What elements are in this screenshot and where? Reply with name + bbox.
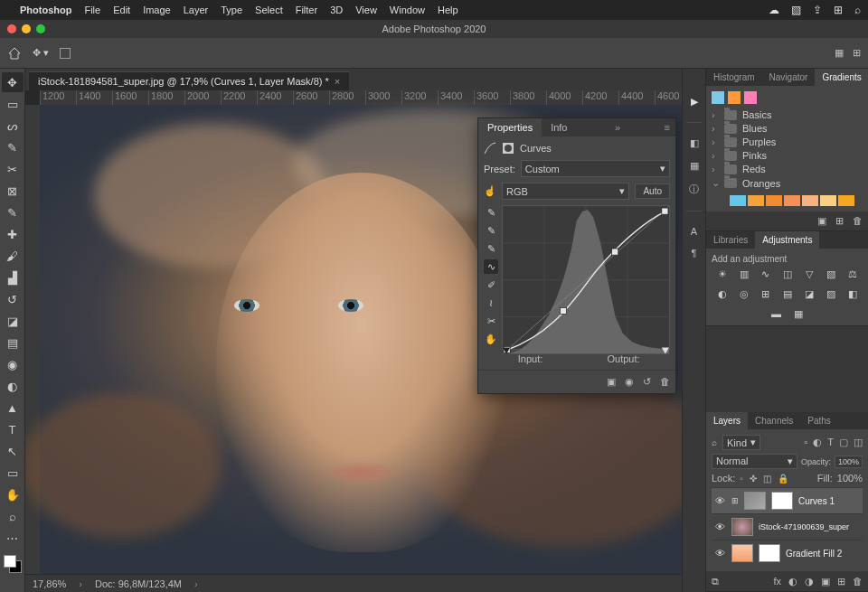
color-lookup-icon[interactable]: ▤ bbox=[780, 287, 795, 300]
filter-adjust-icon[interactable]: ◐ bbox=[813, 437, 822, 448]
panel-menu-icon[interactable]: ≡ bbox=[659, 118, 675, 136]
menu-help[interactable]: Help bbox=[438, 5, 458, 15]
menu-file[interactable]: File bbox=[84, 5, 100, 15]
layer-name[interactable]: Gradient Fill 2 bbox=[786, 549, 842, 559]
new-group-icon[interactable]: ▣ bbox=[817, 215, 826, 227]
visibility-icon[interactable]: 👁 bbox=[715, 495, 726, 506]
share-icon[interactable]: ⇪ bbox=[813, 4, 822, 16]
opacity-value[interactable]: 100% bbox=[835, 456, 863, 468]
blur-tool-icon[interactable]: ◉ bbox=[2, 354, 24, 374]
layer-name[interactable]: Curves 1 bbox=[798, 496, 835, 506]
menu-type[interactable]: Type bbox=[221, 5, 242, 15]
tab-libraries[interactable]: Libraries bbox=[706, 231, 755, 249]
info-panel-icon[interactable]: ⓘ bbox=[689, 183, 699, 196]
search-icon[interactable]: ⌕ bbox=[712, 437, 717, 447]
layer-mask[interactable] bbox=[771, 492, 793, 510]
mask-add-icon[interactable]: ◐ bbox=[788, 576, 797, 587]
tab-properties[interactable]: Properties bbox=[478, 118, 542, 136]
new-gradient-icon[interactable]: ⊞ bbox=[835, 215, 844, 227]
tab-layers[interactable]: Layers bbox=[706, 412, 748, 429]
workspace-icon[interactable]: ⊞ bbox=[853, 47, 861, 59]
folder-pinks[interactable]: ›Pinks bbox=[712, 150, 863, 161]
menu-select[interactable]: Select bbox=[255, 5, 283, 15]
app-menu[interactable]: Photoshop bbox=[20, 5, 71, 15]
reset-icon[interactable]: ↺ bbox=[643, 376, 651, 388]
a-panel-icon[interactable]: A bbox=[691, 226, 697, 237]
eyedropper-tool-icon[interactable]: ✎ bbox=[2, 202, 24, 222]
menu-image[interactable]: Image bbox=[143, 5, 171, 15]
layer-thumb[interactable] bbox=[731, 518, 753, 536]
group-icon[interactable]: ▣ bbox=[821, 576, 830, 587]
folder-reds[interactable]: ›Reds bbox=[712, 164, 863, 174]
color-panel-icon[interactable]: ◧ bbox=[690, 137, 699, 149]
trash-icon[interactable]: 🗑 bbox=[853, 215, 863, 227]
auto-button[interactable]: Auto bbox=[635, 183, 670, 199]
hand-icon[interactable]: ✋ bbox=[484, 332, 498, 346]
hue-icon[interactable]: ▧ bbox=[824, 268, 838, 280]
move-tool-icon[interactable]: ✥ bbox=[2, 72, 24, 92]
curves-icon[interactable]: ∿ bbox=[759, 268, 773, 280]
marquee-tool-icon[interactable]: ▭ bbox=[2, 94, 24, 114]
white-point-eyedropper-icon[interactable]: ✎ bbox=[484, 205, 498, 220]
folder-basics[interactable]: ›Basics bbox=[712, 109, 863, 120]
path-tool-icon[interactable]: ↖ bbox=[2, 441, 24, 461]
folder-blues[interactable]: ›Blues bbox=[712, 123, 863, 134]
color-swatch[interactable] bbox=[4, 555, 22, 573]
lock-position-icon[interactable]: ✜ bbox=[750, 474, 757, 484]
zoom-level[interactable]: 17,86% bbox=[33, 578, 66, 589]
layer-row[interactable]: 👁 Gradient Fill 2 bbox=[712, 540, 863, 566]
tool-preset-icon[interactable]: ✥ ▾ bbox=[33, 47, 49, 59]
black-point-eyedropper-icon[interactable]: ✎ bbox=[484, 241, 498, 256]
curves-graph[interactable] bbox=[502, 205, 670, 350]
gradient-swatch[interactable] bbox=[784, 195, 800, 206]
lock-pixels-icon[interactable]: ▫ bbox=[740, 474, 743, 484]
ruler-horizontal[interactable]: 1200 1400 1600 1800 2000 2200 2400 2600 … bbox=[40, 90, 682, 105]
layer-thumb[interactable] bbox=[731, 544, 753, 562]
gradient-map-icon[interactable]: ▬ bbox=[769, 307, 784, 320]
mask-icon[interactable] bbox=[502, 142, 514, 155]
fill-value[interactable]: 100% bbox=[837, 473, 863, 484]
zoom-tool-icon[interactable]: ⌕ bbox=[2, 506, 24, 526]
history-brush-tool-icon[interactable]: ↺ bbox=[2, 289, 24, 309]
shape-tool-icon[interactable]: ▭ bbox=[2, 463, 24, 483]
gradient-swatch[interactable] bbox=[838, 195, 854, 206]
swatch[interactable] bbox=[744, 91, 757, 104]
invert-icon[interactable]: ◪ bbox=[802, 287, 816, 300]
cloud-icon[interactable]: ☁ bbox=[769, 4, 779, 16]
gradient-swatch[interactable] bbox=[748, 195, 764, 206]
quick-select-tool-icon[interactable]: ✎ bbox=[2, 137, 24, 157]
tab-gradients[interactable]: Gradients bbox=[815, 69, 868, 86]
smooth-curve-icon[interactable]: ≀ bbox=[484, 296, 498, 310]
adjustment-add-icon[interactable]: ◑ bbox=[805, 576, 814, 587]
photo-filter-icon[interactable]: ◎ bbox=[737, 287, 751, 300]
menu-window[interactable]: Window bbox=[390, 5, 425, 15]
folder-purples[interactable]: ›Purples bbox=[712, 136, 863, 147]
swatch[interactable] bbox=[728, 91, 741, 104]
healing-tool-icon[interactable]: ✚ bbox=[2, 224, 24, 244]
channel-mixer-icon[interactable]: ⊞ bbox=[759, 287, 773, 300]
crop-tool-icon[interactable]: ✂ bbox=[2, 159, 24, 179]
document-tab[interactable]: iStock-181894581_super.jpg @ 17,9% (Curv… bbox=[29, 71, 349, 90]
channel-select[interactable]: RGB ▾ bbox=[502, 183, 629, 200]
visibility-icon[interactable]: 👁 bbox=[715, 548, 726, 559]
tab-paths[interactable]: Paths bbox=[800, 412, 838, 429]
eraser-tool-icon[interactable]: ◪ bbox=[2, 311, 24, 331]
preset-select[interactable]: Custom ▾ bbox=[521, 160, 670, 177]
filter-type-icon[interactable]: T bbox=[827, 437, 834, 448]
layer-name[interactable]: iStock-471900639_super bbox=[759, 522, 849, 531]
bw-icon[interactable]: ◐ bbox=[715, 287, 730, 300]
selective-color-icon[interactable]: ▦ bbox=[791, 307, 806, 320]
gradient-swatch[interactable] bbox=[766, 195, 782, 206]
menu-filter[interactable]: Filter bbox=[296, 5, 317, 15]
menu-layer[interactable]: Layer bbox=[184, 5, 209, 15]
link-layers-icon[interactable]: ⧉ bbox=[712, 576, 719, 587]
pencil-curve-icon[interactable]: ✐ bbox=[484, 277, 498, 292]
clip-icon[interactable]: ✂ bbox=[484, 314, 498, 328]
gray-point-eyedropper-icon[interactable]: ✎ bbox=[484, 223, 498, 238]
edit-toolbar-icon[interactable]: ⋯ bbox=[2, 528, 24, 548]
gradient-tool-icon[interactable]: ▤ bbox=[2, 333, 24, 352]
panel-collapse-icon[interactable]: » bbox=[609, 118, 626, 136]
filter-pixel-icon[interactable]: ▫ bbox=[804, 437, 807, 448]
chevron-right-icon[interactable]: › bbox=[194, 578, 198, 589]
window-icon[interactable]: ⊞ bbox=[834, 4, 843, 16]
